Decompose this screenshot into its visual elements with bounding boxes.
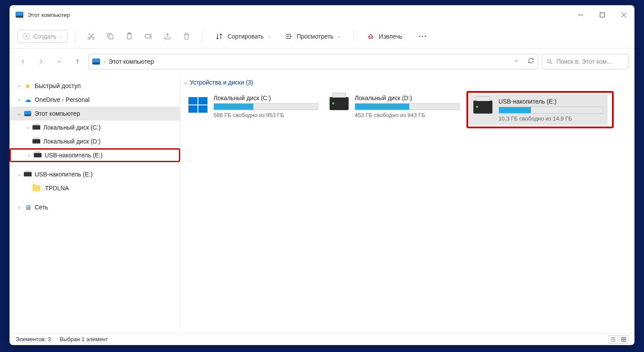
group-header[interactable]: ⌵ Устройства и диски (3) — [184, 79, 631, 86]
folder-icon — [32, 185, 41, 191]
address-bar[interactable]: › Этот компьютер — [88, 54, 538, 69]
forward-button[interactable] — [34, 54, 49, 69]
share-button[interactable] — [159, 29, 176, 44]
sidebar-item[interactable]: ›🖥Сеть — [10, 200, 180, 214]
search-input[interactable]: Поиск в: Этот ком... — [542, 54, 628, 69]
minimize-button[interactable] — [570, 5, 591, 24]
tree-arrow-icon[interactable]: › — [23, 125, 32, 130]
new-button[interactable]: + Создать ⌵ — [17, 30, 68, 43]
breadcrumb-item[interactable]: Этот компьютер — [109, 58, 154, 65]
status-bar: Элементов: 3 Выбран 1 элемент — [10, 333, 634, 345]
hdd-icon — [330, 97, 349, 113]
svg-rect-1 — [600, 13, 604, 17]
sidebar-label: Быстрый доступ — [35, 82, 81, 89]
sort-icon — [215, 33, 223, 40]
explorer-window: Этот компьютер + Создать ⌵ Сортировать ⌵… — [10, 5, 634, 345]
sidebar-item[interactable]: ⌵USB-накопитель (E:) — [10, 167, 180, 181]
up-button[interactable] — [70, 54, 85, 69]
hdd-icon — [473, 101, 492, 116]
more-button[interactable]: ··· — [414, 29, 432, 44]
sidebar: ›★Быстрый доступ›☁OneDrive - Personal⌵Эт… — [10, 75, 181, 333]
sort-label: Сортировать — [227, 33, 264, 40]
search-icon — [547, 59, 553, 65]
drive-info: Локальный диск (D:)453 ГБ свободно из 94… — [355, 95, 460, 118]
network-icon: 🖥 — [23, 204, 32, 211]
cut-button[interactable] — [82, 29, 100, 44]
view-switcher — [608, 335, 628, 344]
view-button[interactable]: Просмотреть ⌵ — [278, 30, 346, 43]
tree-arrow-icon[interactable]: › — [15, 83, 23, 88]
drive-item[interactable]: USB-накопитель (E:)10,3 ГБ свободно из 1… — [469, 95, 608, 125]
back-button[interactable] — [16, 54, 30, 69]
tree-arrow-icon[interactable]: › — [25, 153, 33, 158]
caret-down-icon: ⌵ — [184, 80, 187, 85]
sidebar-label: Локальный диск (D:) — [43, 138, 101, 145]
drive-icon — [33, 153, 42, 157]
drive-icon — [32, 125, 41, 130]
sort-button[interactable]: Сортировать ⌵ — [209, 30, 277, 43]
tiles-view-button[interactable] — [619, 335, 628, 344]
sidebar-item[interactable]: Локальный диск (D:) — [10, 134, 180, 148]
details-view-button[interactable] — [608, 335, 618, 344]
chevron-down-icon: ⌵ — [338, 34, 340, 39]
sidebar-item[interactable]: ›☁OneDrive - Personal — [10, 93, 180, 107]
maximize-button[interactable] — [591, 5, 613, 24]
free-space-text: 586 ГБ свободно из 953 ГБ — [214, 112, 318, 118]
svg-rect-24 — [621, 337, 623, 339]
nav-row: › Этот компьютер Поиск в: Этот ком... — [10, 49, 634, 75]
tree-arrow-icon[interactable]: › — [15, 97, 23, 102]
drive-info: Локальный диск (C:)586 ГБ свободно из 95… — [214, 95, 318, 118]
item-count: Элементов: 3 — [16, 336, 51, 342]
sidebar-label: USB-накопитель (E:) — [35, 171, 93, 178]
sidebar-label: OneDrive - Personal — [35, 96, 90, 103]
sidebar-label: Сеть — [35, 204, 48, 211]
sidebar-item[interactable]: .TPDLNA — [10, 181, 180, 195]
eject-icon — [367, 33, 375, 40]
paste-button[interactable] — [120, 29, 138, 44]
new-label: Создать — [33, 33, 56, 40]
tree-arrow-icon[interactable]: ⌵ — [15, 172, 23, 177]
sidebar-item[interactable]: ›Локальный диск (C:) — [10, 121, 180, 134]
eject-button[interactable]: Извлечь — [361, 30, 408, 43]
drive-icon — [23, 172, 32, 176]
refresh-button[interactable] — [527, 57, 534, 66]
location-icon — [92, 59, 100, 65]
window-title: Этот компьютер — [28, 12, 570, 18]
free-space-text: 453 ГБ свободно из 943 ГБ — [355, 112, 460, 118]
drive-name: Локальный диск (D:) — [355, 95, 460, 101]
copy-button[interactable] — [101, 29, 119, 44]
drive-icon — [32, 139, 41, 143]
tree-arrow-icon[interactable]: ⌵ — [15, 111, 23, 117]
delete-button[interactable] — [178, 29, 195, 44]
pc-icon — [23, 111, 32, 116]
free-space-text: 10,3 ГБ свободно из 14,9 ГБ — [498, 115, 603, 122]
separator — [353, 30, 354, 42]
separator — [75, 30, 75, 42]
sidebar-item[interactable]: ⌵Этот компьютер — [10, 107, 180, 121]
drive-item[interactable]: Локальный диск (D:)453 ГБ свободно из 94… — [325, 91, 464, 121]
tree-arrow-icon[interactable]: › — [15, 205, 23, 210]
usage-bar — [498, 107, 603, 114]
view-label: Просмотреть — [297, 33, 333, 40]
recent-dropdown[interactable] — [52, 54, 67, 69]
window-controls — [570, 5, 634, 24]
svg-rect-27 — [624, 340, 626, 342]
sidebar-label: Этот компьютер — [35, 110, 80, 117]
address-dropdown[interactable] — [513, 57, 520, 66]
sidebar-item[interactable]: ›USB-накопитель (E:) — [10, 148, 180, 162]
drives-container: Локальный диск (C:)586 ГБ свободно из 95… — [184, 91, 631, 128]
svg-rect-25 — [624, 337, 626, 339]
view-icon — [285, 33, 292, 40]
rename-button[interactable] — [139, 29, 157, 44]
sidebar-label: Локальный диск (C:) — [43, 124, 101, 131]
sidebar-label: .TPDLNA — [43, 185, 69, 192]
star-icon: ★ — [23, 82, 32, 90]
body: ›★Быстрый доступ›☁OneDrive - Personal⌵Эт… — [10, 75, 634, 333]
drive-name: USB-накопитель (E:) — [498, 98, 603, 105]
drive-item[interactable]: Локальный диск (C:)586 ГБ свободно из 95… — [184, 91, 323, 121]
sidebar-item[interactable]: ›★Быстрый доступ — [10, 79, 180, 93]
windows-drive-icon — [188, 97, 207, 113]
eject-label: Извлечь — [379, 33, 402, 40]
svg-rect-11 — [145, 35, 150, 38]
close-button[interactable] — [613, 5, 634, 24]
